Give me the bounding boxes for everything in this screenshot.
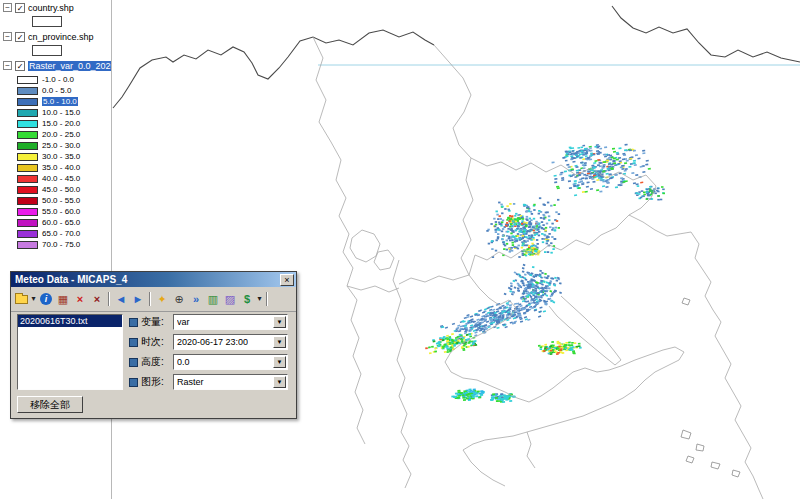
layer-checkbox[interactable]: ✓ — [15, 32, 25, 42]
province-boundaries — [313, 37, 763, 499]
layer-checkbox[interactable]: ✓ — [15, 61, 25, 71]
legend-color-swatch — [17, 230, 38, 238]
legend-range-label: 40.0 - 45.0 — [42, 174, 80, 183]
open-dropdown-icon[interactable]: ▾ — [30, 291, 37, 307]
legend-range-label: 70.0 - 75.0 — [42, 240, 80, 249]
open-folder-icon[interactable] — [13, 291, 29, 307]
legend-range-label: 45.0 - 50.0 — [42, 185, 80, 194]
chart-icon[interactable]: ▥ — [205, 291, 221, 307]
combo-dropdown-button[interactable]: ▼ — [273, 336, 286, 348]
forward-icon[interactable]: ► — [130, 291, 146, 307]
expander-icon[interactable]: − — [3, 3, 12, 12]
layer-symbol-swatch — [32, 16, 62, 27]
toolbar-separator — [149, 292, 151, 306]
legend-range-label: 20.0 - 25.0 — [42, 130, 80, 139]
legend-color-swatch — [17, 164, 38, 172]
legend-item[interactable]: 55.0 - 60.0 — [17, 206, 111, 217]
dollar-icon[interactable]: $ — [239, 291, 255, 307]
legend-item[interactable]: -1.0 - 0.0 — [17, 74, 111, 85]
layers-panel: − ✓ country.shp − ✓ cn_province.shp − ✓ … — [0, 0, 112, 499]
legend-item[interactable]: 40.0 - 45.0 — [17, 173, 111, 184]
legend-range-label: 35.0 - 40.0 — [42, 163, 80, 172]
close-file-icon[interactable]: × — [89, 291, 105, 307]
dialog-fields: 变量:var▼时次:2020-06-17 23:00▼高度:0.0▼图形:Ras… — [129, 314, 288, 394]
table-icon[interactable]: ▦ — [55, 291, 71, 307]
legend-color-swatch — [17, 175, 38, 183]
legend-range-label: 5.0 - 10.0 — [42, 97, 78, 106]
dialog-titlebar[interactable]: Meteo Data - MICAPS_4 × — [11, 272, 296, 287]
legend-item[interactable]: 65.0 - 70.0 — [17, 228, 111, 239]
layer-label: cn_province.shp — [28, 32, 94, 42]
time-value: 2020-06-17 23:00 — [177, 337, 248, 347]
legend-color-swatch — [17, 153, 38, 161]
graphic-label: 图形: — [141, 375, 173, 389]
legend-range-label: 65.0 - 70.0 — [42, 229, 80, 238]
dollar-dropdown-icon[interactable]: ▾ — [256, 291, 263, 307]
layer-checkbox[interactable]: ✓ — [15, 3, 25, 13]
legend-range-label: 30.0 - 35.0 — [42, 152, 80, 161]
legend-color-swatch — [17, 197, 38, 205]
layer-row-province[interactable]: − ✓ cn_province.shp — [0, 30, 111, 43]
legend-item[interactable]: 60.0 - 65.0 — [17, 217, 111, 228]
legend-item[interactable]: 0.0 - 5.0 — [17, 85, 111, 96]
legend-item[interactable]: 25.0 - 30.0 — [17, 140, 111, 151]
legend-color-swatch — [17, 142, 38, 150]
legend-range-label: 15.0 - 20.0 — [42, 119, 80, 128]
legend-item[interactable]: 5.0 - 10.0 — [17, 96, 111, 107]
back-icon[interactable]: ◄ — [113, 291, 129, 307]
dialog-title: Meteo Data - MICAPS_4 — [15, 274, 127, 285]
map-svg — [0, 0, 800, 499]
legend-color-swatch — [17, 241, 38, 249]
remove-all-button[interactable]: 移除全部 — [17, 396, 83, 413]
star-icon[interactable]: ✦ — [154, 291, 170, 307]
combo-dropdown-button[interactable]: ▼ — [273, 376, 286, 388]
legend-item[interactable]: 30.0 - 35.0 — [17, 151, 111, 162]
time-label: 时次: — [141, 335, 173, 349]
legend-color-swatch — [17, 120, 38, 128]
layer-row-raster[interactable]: − ✓ Raster_var_0.0_2020-0 — [0, 59, 111, 72]
file-listbox[interactable]: 20200616T30.txt — [17, 314, 123, 390]
meteo-data-dialog: Meteo Data - MICAPS_4 × ▾i▦××◄►✦⊕»▥▨$▾ 2… — [10, 271, 297, 419]
legend-item[interactable]: 15.0 - 20.0 — [17, 118, 111, 129]
legend-color-swatch — [17, 219, 38, 227]
close-icon[interactable]: × — [280, 274, 294, 286]
toolbar-separator — [108, 292, 110, 306]
legend-range-label: -1.0 - 0.0 — [42, 75, 74, 84]
legend-color-swatch — [17, 208, 38, 216]
combo-dropdown-button[interactable]: ▼ — [273, 316, 286, 328]
file-list-item[interactable]: 20200616T30.txt — [18, 315, 122, 327]
variable-combobox[interactable]: var▼ — [173, 314, 288, 330]
legend-item[interactable]: 35.0 - 40.0 — [17, 162, 111, 173]
legend-item[interactable]: 10.0 - 15.0 — [17, 107, 111, 118]
run-icon[interactable]: » — [188, 291, 204, 307]
layer-symbol-swatch — [32, 45, 62, 56]
variable-label: 变量: — [141, 315, 173, 329]
time-combobox[interactable]: 2020-06-17 23:00▼ — [173, 334, 288, 350]
delete-icon[interactable]: × — [72, 291, 88, 307]
layer-label: Raster_var_0.0_2020-0 — [28, 61, 111, 71]
field-icon — [129, 338, 138, 347]
legend-item[interactable]: 45.0 - 50.0 — [17, 184, 111, 195]
level-value: 0.0 — [177, 357, 190, 367]
map-canvas[interactable] — [0, 0, 800, 499]
island-outlines — [681, 298, 740, 477]
legend-item[interactable]: 70.0 - 75.0 — [17, 239, 111, 250]
legend-color-swatch — [17, 98, 38, 106]
combo-dropdown-button[interactable]: ▼ — [273, 356, 286, 368]
layer-row-country[interactable]: − ✓ country.shp — [0, 1, 111, 14]
level-label: 高度: — [141, 355, 173, 369]
level-combobox[interactable]: 0.0▼ — [173, 354, 288, 370]
graphic-field-row: 图形:Raster▼ — [129, 374, 288, 390]
image-icon[interactable]: ▨ — [222, 291, 238, 307]
legend-item[interactable]: 20.0 - 25.0 — [17, 129, 111, 140]
field-icon — [129, 378, 138, 387]
zoom-icon[interactable]: ⊕ — [171, 291, 187, 307]
legend-item[interactable]: 50.0 - 55.0 — [17, 195, 111, 206]
variable-field-row: 变量:var▼ — [129, 314, 288, 330]
dialog-toolbar: ▾i▦××◄►✦⊕»▥▨$▾ — [11, 287, 296, 312]
expander-icon[interactable]: − — [3, 32, 12, 41]
info-icon[interactable]: i — [40, 293, 52, 305]
expander-icon[interactable]: − — [3, 61, 12, 70]
graphic-combobox[interactable]: Raster▼ — [173, 374, 288, 390]
field-icon — [129, 358, 138, 367]
